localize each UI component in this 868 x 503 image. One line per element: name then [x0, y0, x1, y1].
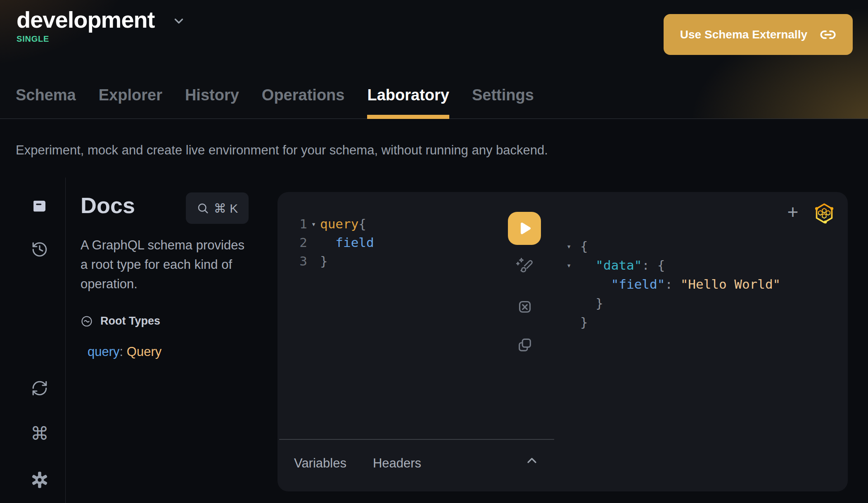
- response-viewer: ▾ { ▾ "data": { "field": "Hello World" }…: [567, 237, 780, 332]
- status-badge: SINGLE: [17, 34, 186, 44]
- response-string-value: "Hello World": [681, 275, 781, 294]
- target-title-block: development SINGLE: [17, 6, 186, 44]
- editor-tools-divider: [279, 439, 554, 440]
- hive-logo-button[interactable]: [813, 202, 835, 225]
- response-indent: [580, 256, 595, 275]
- prettify-brush-icon: [515, 256, 535, 276]
- tab-schema[interactable]: Schema: [16, 86, 76, 119]
- response-line: ▾ "data": {: [567, 256, 780, 275]
- query-editor[interactable]: 1 ▾ query{ 2 field 3 }: [292, 215, 374, 270]
- collapse-tools-button[interactable]: [524, 453, 539, 468]
- page-header: development SINGLE Use Schema Externally…: [0, 0, 868, 119]
- root-type-name: Query: [127, 344, 161, 359]
- code-brace: {: [358, 216, 366, 231]
- refresh-icon: [31, 380, 48, 397]
- response-brace: }: [580, 313, 588, 332]
- search-icon: [197, 202, 209, 214]
- docs-book-icon: [31, 197, 48, 215]
- add-tab-button[interactable]: +: [782, 201, 804, 223]
- refetch-schema-button[interactable]: [31, 379, 49, 397]
- fold-toggle-icon[interactable]: ▾: [307, 215, 320, 233]
- response-punc: :: [665, 275, 680, 294]
- code-line: 1 ▾ query{: [292, 215, 374, 233]
- prettify-query-button[interactable]: [515, 256, 535, 276]
- response-brace: {: [580, 237, 588, 256]
- copy-query-button[interactable]: [517, 337, 533, 353]
- page-title: development: [17, 6, 154, 33]
- code-line: 2 field: [292, 233, 374, 252]
- tab-variables[interactable]: Variables: [294, 456, 346, 471]
- tab-laboratory[interactable]: Laboratory: [367, 86, 449, 119]
- search-shortcut-label: ⌘ K: [214, 201, 238, 216]
- line-number: 3: [292, 252, 307, 270]
- execute-query-button[interactable]: [508, 212, 541, 245]
- response-line: "field": "Hello World": [567, 275, 780, 294]
- hive-logo-icon: [813, 202, 835, 225]
- target-switcher-button[interactable]: [172, 14, 186, 28]
- response-key-field: "field": [611, 275, 665, 294]
- line-number: 2: [292, 233, 307, 252]
- fold-toggle-icon[interactable]: ▾: [567, 256, 580, 275]
- code-line: 3 }: [292, 252, 374, 270]
- page-description: Experiment, mock and create live environ…: [16, 143, 548, 158]
- line-number: 1: [292, 215, 307, 233]
- root-separator: :: [120, 344, 127, 359]
- command-icon: ⌘: [31, 425, 49, 443]
- response-indent: [580, 275, 611, 294]
- use-schema-externally-label: Use Schema Externally: [680, 28, 807, 41]
- response-brace: }: [595, 294, 603, 313]
- root-field-name: query: [88, 344, 120, 359]
- tab-history[interactable]: History: [185, 86, 239, 119]
- merge-icon: [517, 299, 533, 315]
- chevron-up-icon: [524, 453, 539, 468]
- keyboard-shortcuts-button[interactable]: ⌘: [31, 425, 49, 443]
- settings-button[interactable]: [31, 471, 49, 489]
- docs-panel-title: Docs: [81, 192, 135, 218]
- circle-tilde-icon: [81, 315, 93, 327]
- root-type-query-link[interactable]: query: Query: [88, 344, 161, 359]
- plus-icon: +: [787, 201, 799, 223]
- copy-icon: [517, 337, 533, 353]
- docs-description: A GraphQL schema provides a root type fo…: [81, 235, 254, 294]
- response-key-data: "data": [595, 256, 642, 275]
- tab-operations[interactable]: Operations: [262, 86, 345, 119]
- docs-search-button[interactable]: ⌘ K: [186, 192, 249, 224]
- tab-explorer[interactable]: Explorer: [99, 86, 162, 119]
- laboratory-page: development SINGLE Use Schema Externally…: [0, 0, 868, 503]
- docs-panel: Docs ⌘ K A GraphQL schema provides a roo…: [66, 178, 277, 503]
- code-field: field: [320, 233, 374, 252]
- history-plugin-button[interactable]: [31, 240, 49, 259]
- code-keyword: query: [320, 216, 358, 231]
- graphiql-sidebar: ⌘: [0, 178, 66, 503]
- editor-tools-tabbar: Variables Headers: [294, 452, 421, 475]
- root-types-section: Root Types: [81, 315, 160, 327]
- code-brace: }: [320, 252, 328, 270]
- history-clock-icon: [31, 241, 48, 258]
- graphiql-editor-card: 1 ▾ query{ 2 field 3 }: [277, 192, 848, 491]
- response-indent: [580, 294, 595, 313]
- chevron-down-icon: [172, 14, 186, 28]
- response-line: }: [567, 313, 780, 332]
- play-icon: [515, 219, 534, 237]
- link-icon: [820, 26, 836, 43]
- response-line: }: [567, 294, 780, 313]
- response-punc: : {: [642, 256, 665, 275]
- merge-fragments-button[interactable]: [517, 299, 533, 315]
- use-schema-externally-button[interactable]: Use Schema Externally: [664, 14, 853, 55]
- target-nav-tabs: Schema Explorer History Operations Labor…: [16, 86, 534, 119]
- response-line: ▾ {: [567, 237, 780, 256]
- docs-plugin-button[interactable]: [31, 197, 49, 215]
- tab-headers[interactable]: Headers: [373, 456, 421, 471]
- root-types-label: Root Types: [100, 315, 160, 327]
- gear-icon: [31, 471, 49, 489]
- tab-settings[interactable]: Settings: [472, 86, 534, 119]
- fold-toggle-icon[interactable]: ▾: [567, 237, 580, 256]
